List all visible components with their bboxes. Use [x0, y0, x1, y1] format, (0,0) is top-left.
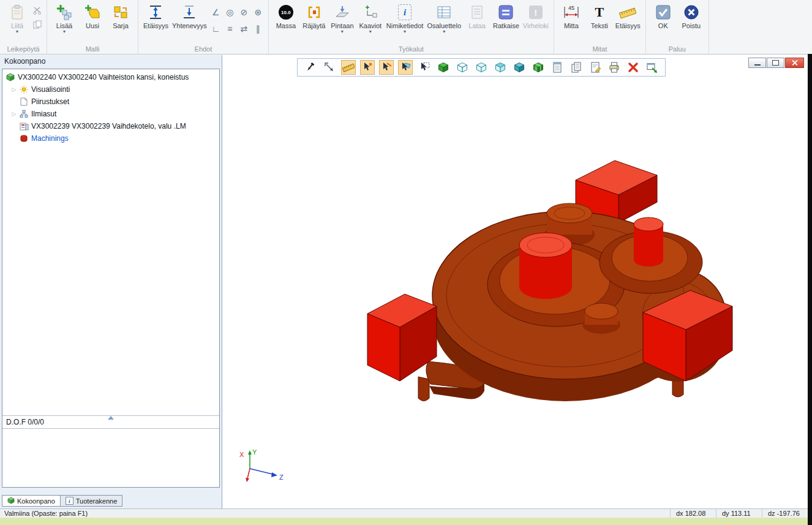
pattern-constraint-icon[interactable]: ⊛: [251, 4, 265, 20]
distance-constraint-button[interactable]: Etäisyys: [141, 2, 170, 31]
tab-product-structure[interactable]: i Tuoterakenne: [61, 495, 122, 507]
text-icon: T: [595, 4, 604, 20]
charts-icon: [363, 3, 378, 21]
status-message: Valmiina (Opaste: paina F1): [0, 510, 88, 517]
delete-icon[interactable]: [626, 61, 640, 74]
export-view-icon[interactable]: [645, 61, 659, 74]
coincidence-constraint-label: Yhtenevyys: [172, 22, 207, 29]
panel-tabs: Kokoonpano i Tuoterakenne: [2, 495, 122, 507]
tree-item-label: VX3002239 VX3002239 Vaihdekotelo, valu .…: [31, 122, 186, 130]
report-list-icon[interactable]: [551, 61, 564, 74]
view-textured-icon[interactable]: [532, 61, 545, 74]
model-leg[interactable]: [418, 377, 429, 401]
ok-check-icon: [655, 3, 671, 21]
add-component-icon: [56, 3, 72, 21]
tab-assembly[interactable]: Kokoonpano: [2, 495, 61, 507]
distance-measure-button[interactable]: Etäisyys: [614, 2, 642, 31]
series-button[interactable]: Sarja: [107, 2, 135, 31]
ruler-icon[interactable]: [342, 61, 355, 74]
model-boss-small[interactable]: [582, 303, 620, 334]
group-label-model: Malli: [50, 45, 135, 54]
exit-button[interactable]: Poistu: [677, 2, 705, 31]
assembly-tree-box: VX3002240 VX3002240 Vaihteiston kansi, k…: [2, 69, 220, 488]
text-label: Teksti: [591, 22, 608, 29]
model-canvas[interactable]: X Y Z: [222, 55, 808, 508]
explode-button[interactable]: Räjäytä: [300, 2, 328, 31]
mass-button[interactable]: 10.0 Massa: [272, 2, 300, 31]
view-half-shaded-icon[interactable]: [494, 61, 507, 74]
select-vertex-icon[interactable]: [361, 61, 374, 74]
new-part-button[interactable]: Uusi: [78, 2, 107, 31]
perpendicular-constraint-icon[interactable]: ∟: [209, 20, 223, 37]
ribbon-group-measures: 45 Mitta T Teksti Etäisyys Mitat: [554, 0, 646, 54]
align-constraint-icon[interactable]: ≡: [223, 20, 237, 37]
tree-item-configurations[interactable]: ▷ Ilmiasut: [2, 108, 219, 120]
group-label-back: Paluu: [649, 45, 705, 54]
close-button[interactable]: [785, 58, 804, 68]
solve-button[interactable]: Ratkaise: [491, 2, 521, 31]
item-data-button[interactable]: i Nimiketiedot ▾: [385, 2, 426, 35]
copy-sheets-icon[interactable]: [570, 61, 583, 74]
clipboard-icon: [10, 3, 24, 21]
concentric-constraint-icon[interactable]: ◎: [223, 4, 237, 20]
part-document-icon: [18, 122, 29, 130]
status-dz: dz -197.76: [762, 509, 808, 518]
expand-arrow-icon[interactable]: ▷: [10, 111, 18, 117]
swap-constraint-icon[interactable]: ⇄: [237, 20, 251, 37]
status-bar: Valmiina (Opaste: paina F1) dx 182.08 dy…: [0, 508, 808, 518]
tree-item-visualization[interactable]: ▷ Visualisointi: [2, 83, 219, 96]
select-box-icon[interactable]: [418, 61, 431, 74]
view-shaded-icon[interactable]: [513, 61, 526, 74]
measure-extents-icon[interactable]: [323, 61, 336, 74]
minimize-button[interactable]: [748, 58, 766, 68]
assembly-cube-icon: [7, 497, 15, 505]
select-edge-icon[interactable]: [380, 61, 393, 74]
gearbox-model[interactable]: [367, 161, 732, 401]
constraint-mini-buttons: ∠ ◎ ⊘ ⊛ ∟ ≡ ⇄ ∥: [209, 4, 265, 37]
text-button[interactable]: T Teksti: [585, 2, 614, 31]
exit-icon: [683, 3, 699, 21]
tangent-constraint-icon[interactable]: ⊘: [237, 4, 251, 20]
status-dy: dy 113.11: [716, 509, 762, 518]
view-solid-icon[interactable]: [437, 61, 450, 74]
ribbon: Liitä ▾ Leikepöytä: [0, 0, 812, 55]
tree-item-drawings[interactable]: Piirustukset: [2, 96, 219, 108]
print-icon[interactable]: [607, 61, 621, 74]
select-face-icon[interactable]: [399, 61, 412, 74]
tree-item-part[interactable]: VX3002239 VX3002239 Vaihdekotelo, valu .…: [2, 120, 219, 132]
window-controls: [748, 58, 804, 68]
coincidence-constraint-button[interactable]: Yhtenevyys: [170, 2, 209, 31]
distance-constraint-label: Etäisyys: [143, 22, 168, 29]
charts-button[interactable]: Kaaviot ▾: [356, 2, 385, 35]
add-component-button[interactable]: Lisää ▾: [50, 2, 78, 35]
measure-button[interactable]: 45 Mitta: [557, 2, 585, 31]
expand-arrow-icon[interactable]: ▷: [10, 86, 18, 93]
group-label-tools: Työkalut: [272, 45, 551, 54]
assembly-panel: Kokoonpano VX3002240 VX3002240 Vaihteist…: [0, 55, 222, 508]
paste-button: Liitä ▾: [3, 2, 31, 35]
ok-button[interactable]: OK: [649, 2, 677, 31]
distance-measure-label: Etäisyys: [615, 22, 641, 29]
tab-label: Tuoterakenne: [76, 497, 117, 505]
close-icon: [791, 59, 798, 66]
dropdown-arrow-icon: ▾: [443, 29, 445, 34]
parallel-constraint-icon[interactable]: ∥: [251, 20, 265, 37]
dropdown-arrow-icon: ▾: [341, 29, 344, 34]
edit-sheet-icon[interactable]: [588, 61, 602, 74]
explode-label: Räjäytä: [303, 22, 325, 29]
view-hidden-line-icon[interactable]: [475, 61, 488, 74]
distance-constraint-icon: [148, 3, 164, 21]
angle-constraint-icon[interactable]: ∠: [209, 4, 223, 20]
model-viewport[interactable]: X Y Z: [222, 55, 808, 508]
tree-item-machinings[interactable]: Machinings: [2, 132, 219, 145]
tree-item-assembly-root[interactable]: VX3002240 VX3002240 Vaihteiston kansi, k…: [2, 71, 219, 83]
tree-item-label: Ilmiasut: [31, 110, 56, 118]
view-wireframe-icon[interactable]: [456, 61, 469, 74]
pin-icon[interactable]: [304, 61, 317, 74]
maximize-button[interactable]: [767, 58, 784, 68]
to-surface-button[interactable]: Pintaan ▾: [328, 2, 356, 35]
splitter-marker-icon[interactable]: [108, 416, 114, 420]
ok-label: OK: [658, 22, 668, 29]
parts-list-button[interactable]: Osaluettelo ▾: [425, 2, 463, 35]
series-label: Sarja: [113, 22, 129, 29]
